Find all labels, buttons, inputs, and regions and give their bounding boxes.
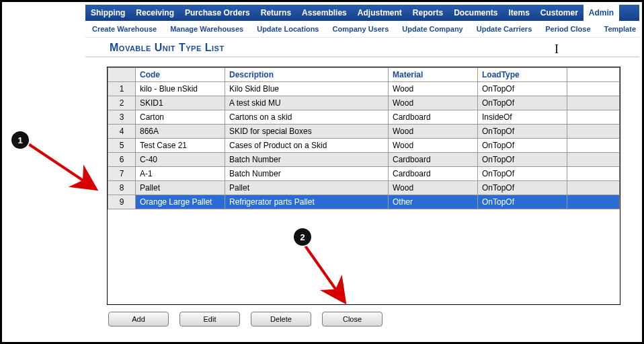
cell: Kilo Skid Blue <box>225 82 389 96</box>
cell: Wood <box>389 181 478 195</box>
table-row[interactable]: 3CartonCartons on a skidCardboardInsideO… <box>108 110 620 125</box>
cell: OnTopOf <box>478 125 567 139</box>
row-number: 1 <box>108 82 136 96</box>
table-row[interactable]: 1kilo - Blue nSkidKilo Skid BlueWoodOnTo… <box>108 82 620 96</box>
cell: InsideOf <box>478 110 567 125</box>
unit-type-table[interactable]: Code Description Material LoadType 1kilo… <box>108 67 620 209</box>
col-code[interactable]: Code <box>136 68 225 82</box>
cell: OnTopOf <box>478 167 567 181</box>
add-button[interactable]: Add <box>108 312 169 326</box>
cell: OnTopOf <box>478 153 567 167</box>
cell: Wood <box>389 96 478 110</box>
mainmenu-item-admin[interactable]: Admin <box>583 5 619 21</box>
cell: Batch Number <box>225 167 389 181</box>
main-menu: ShippingReceivingPurchase OrdersReturnsA… <box>85 5 639 21</box>
cell: Cartons on a skid <box>225 110 389 125</box>
delete-button[interactable]: Delete <box>251 312 311 326</box>
mainmenu-item-purchase-orders[interactable]: Purchase Orders <box>179 5 255 21</box>
mainmenu-item-receiving[interactable]: Receiving <box>130 5 179 21</box>
mainmenu-item-shipping[interactable]: Shipping <box>85 5 130 21</box>
submenu-item-update-carriers[interactable]: Update Carriers <box>470 25 539 33</box>
row-number: 9 <box>108 195 136 209</box>
row-number: 6 <box>108 153 136 167</box>
cell: OnTopOf <box>478 139 567 153</box>
cell: Cardboard <box>389 153 478 167</box>
cell: Cardboard <box>389 110 478 125</box>
cell: Test Case 21 <box>136 139 225 153</box>
table-row[interactable]: 6C-40Batch NumberCardboardOnTopOf <box>108 153 620 167</box>
mainmenu-item-items[interactable]: Items <box>503 5 534 21</box>
cell: C-40 <box>136 153 225 167</box>
table-row[interactable]: 5Test Case 21Cases of Product on a SkidW… <box>108 139 620 153</box>
submenu-item-period-close[interactable]: Period Close <box>538 25 597 33</box>
cell <box>567 110 620 125</box>
table-row[interactable]: 9Orange Large PalletRefrigerator parts P… <box>108 195 620 209</box>
row-number-header <box>108 68 136 82</box>
cell: SKID1 <box>136 96 225 110</box>
cell: Cardboard <box>389 167 478 181</box>
mainmenu-item-assemblies[interactable]: Assemblies <box>296 5 352 21</box>
submenu-item-create-warehouse[interactable]: Create Warehouse <box>85 25 163 33</box>
cell <box>567 181 620 195</box>
edit-button[interactable]: Edit <box>179 312 240 326</box>
cell <box>567 139 620 153</box>
col-loadtype[interactable]: LoadType <box>478 68 567 82</box>
cell: Wood <box>389 125 478 139</box>
row-number: 2 <box>108 96 136 110</box>
cell: Pallet <box>225 181 389 195</box>
cell <box>567 153 620 167</box>
button-row: Add Edit Delete Close <box>85 305 639 326</box>
submenu-item-manage-warehouses[interactable]: Manage Warehouses <box>163 25 250 33</box>
submenu-item-company-users[interactable]: Company Users <box>326 25 396 33</box>
cell: OnTopOf <box>478 181 567 195</box>
cell: Orange Large Pallet <box>136 195 225 209</box>
submenu-item-update-locations[interactable]: Update Locations <box>250 25 325 33</box>
table-row[interactable]: 8PalletPalletWoodOnTopOf <box>108 181 620 195</box>
cell: Refrigerator parts Pallet <box>225 195 389 209</box>
cell: SKID for special Boxes <box>225 125 389 139</box>
cell: Carton <box>136 110 225 125</box>
row-number: 7 <box>108 167 136 181</box>
grid-empty-area <box>108 209 620 304</box>
col-material[interactable]: Material <box>389 68 478 82</box>
mainmenu-item-reports[interactable]: Reports <box>407 5 448 21</box>
submenu-item-update-company[interactable]: Update Company <box>395 25 469 33</box>
table-row[interactable]: 7A-1Batch NumberCardboardOnTopOf <box>108 167 620 181</box>
cell: Pallet <box>136 181 225 195</box>
cell: OnTopOf <box>478 96 567 110</box>
mainmenu-item-adjustment[interactable]: Adjustment <box>352 5 407 21</box>
cell <box>567 167 620 181</box>
submenu-item-template[interactable]: Template <box>598 25 643 33</box>
text-cursor-icon: I <box>555 42 559 57</box>
cell: Cases of Product on a Skid <box>225 139 389 153</box>
table-header-row: Code Description Material LoadType <box>108 68 620 82</box>
cell: A test skid MU <box>225 96 389 110</box>
row-number: 5 <box>108 139 136 153</box>
cell: A-1 <box>136 167 225 181</box>
cell: Batch Number <box>225 153 389 167</box>
table-body: 1kilo - Blue nSkidKilo Skid BlueWoodOnTo… <box>108 82 620 209</box>
app-content: ShippingReceivingPurchase OrdersReturnsA… <box>85 5 639 339</box>
cell: Wood <box>389 139 478 153</box>
cell: OnTopOf <box>478 195 567 209</box>
grid-container: Code Description Material LoadType 1kilo… <box>107 67 620 305</box>
callout-1-label: 1 <box>17 135 22 145</box>
cell: 866A <box>136 125 225 139</box>
table-row[interactable]: 4866ASKID for special BoxesWoodOnTopOf <box>108 125 620 139</box>
col-description[interactable]: Description <box>225 68 389 82</box>
cell: OnTopOf <box>478 82 567 96</box>
row-number: 4 <box>108 125 136 139</box>
table-row[interactable]: 2SKID1A test skid MUWoodOnTopOf <box>108 96 620 110</box>
close-button[interactable]: Close <box>322 312 383 326</box>
row-number: 3 <box>108 110 136 125</box>
sub-menu: Create WarehouseManage WarehousesUpdate … <box>85 21 639 38</box>
mainmenu-item-customer[interactable]: Customer <box>535 5 583 21</box>
cell <box>567 195 620 209</box>
app-frame: ShippingReceivingPurchase OrdersReturnsA… <box>0 0 644 344</box>
cell <box>567 96 620 110</box>
col-spacer <box>567 68 620 82</box>
mainmenu-item-returns[interactable]: Returns <box>255 5 296 21</box>
row-number: 8 <box>108 181 136 195</box>
mainmenu-item-documents[interactable]: Documents <box>448 5 503 21</box>
cell: kilo - Blue nSkid <box>136 82 225 96</box>
